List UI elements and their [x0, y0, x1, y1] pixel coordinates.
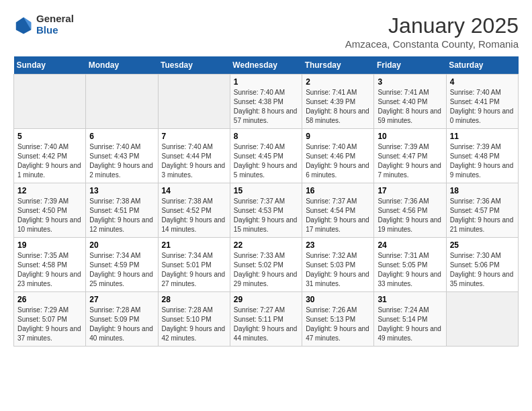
calendar-cell: 30Sunrise: 7:26 AM Sunset: 5:13 PM Dayli… [302, 292, 374, 347]
weekday-header-sunday: Sunday [14, 56, 86, 75]
calendar-cell: 3Sunrise: 7:41 AM Sunset: 4:40 PM Daylig… [374, 75, 446, 129]
calendar-cell: 10Sunrise: 7:39 AM Sunset: 4:47 PM Dayli… [374, 129, 446, 183]
day-info: Sunrise: 7:31 AM Sunset: 5:05 PM Dayligh… [378, 251, 442, 289]
calendar-cell [86, 75, 158, 129]
day-number: 16 [306, 186, 370, 195]
weekday-header-wednesday: Wednesday [230, 56, 302, 75]
day-number: 23 [306, 240, 370, 250]
calendar-cell: 1Sunrise: 7:40 AM Sunset: 4:38 PM Daylig… [230, 75, 302, 129]
logo-general-text: General [36, 13, 74, 25]
day-number: 24 [378, 240, 442, 250]
calendar-cell: 21Sunrise: 7:34 AM Sunset: 5:01 PM Dayli… [158, 238, 230, 292]
day-number: 21 [162, 240, 226, 250]
day-info: Sunrise: 7:37 AM Sunset: 4:54 PM Dayligh… [306, 197, 370, 234]
calendar-cell: 6Sunrise: 7:40 AM Sunset: 4:43 PM Daylig… [86, 129, 158, 183]
day-number: 28 [162, 295, 226, 304]
calendar-cell: 28Sunrise: 7:28 AM Sunset: 5:10 PM Dayli… [158, 292, 230, 347]
calendar-cell: 22Sunrise: 7:33 AM Sunset: 5:02 PM Dayli… [230, 238, 302, 292]
calendar-cell: 18Sunrise: 7:36 AM Sunset: 4:57 PM Dayli… [446, 183, 518, 238]
day-info: Sunrise: 7:39 AM Sunset: 4:48 PM Dayligh… [450, 142, 515, 180]
calendar-cell: 17Sunrise: 7:36 AM Sunset: 4:56 PM Dayli… [374, 183, 446, 238]
calendar-cell [446, 292, 518, 347]
calendar-cell: 25Sunrise: 7:30 AM Sunset: 5:06 PM Dayli… [446, 238, 518, 292]
day-info: Sunrise: 7:26 AM Sunset: 5:13 PM Dayligh… [306, 306, 370, 343]
day-number: 13 [89, 186, 154, 195]
day-info: Sunrise: 7:38 AM Sunset: 4:52 PM Dayligh… [162, 197, 226, 234]
weekday-header-saturday: Saturday [446, 56, 518, 75]
day-info: Sunrise: 7:40 AM Sunset: 4:43 PM Dayligh… [89, 142, 154, 180]
day-number: 27 [89, 295, 154, 304]
day-info: Sunrise: 7:27 AM Sunset: 5:11 PM Dayligh… [234, 306, 298, 343]
day-info: Sunrise: 7:37 AM Sunset: 4:53 PM Dayligh… [234, 197, 298, 234]
day-info: Sunrise: 7:39 AM Sunset: 4:47 PM Dayligh… [378, 142, 442, 180]
calendar-week-2: 5Sunrise: 7:40 AM Sunset: 4:42 PM Daylig… [14, 129, 519, 183]
calendar-cell: 5Sunrise: 7:40 AM Sunset: 4:42 PM Daylig… [14, 129, 86, 183]
day-info: Sunrise: 7:30 AM Sunset: 5:06 PM Dayligh… [450, 251, 515, 289]
calendar-cell: 4Sunrise: 7:40 AM Sunset: 4:41 PM Daylig… [446, 75, 518, 129]
calendar-week-5: 26Sunrise: 7:29 AM Sunset: 5:07 PM Dayli… [14, 292, 519, 347]
calendar-week-1: 1Sunrise: 7:40 AM Sunset: 4:38 PM Daylig… [14, 75, 519, 129]
day-number: 30 [306, 295, 370, 304]
logo-blue-text: Blue [36, 25, 74, 36]
day-number: 1 [234, 77, 298, 87]
weekday-header-monday: Monday [86, 56, 158, 75]
day-info: Sunrise: 7:29 AM Sunset: 5:07 PM Dayligh… [17, 306, 82, 343]
weekday-header-thursday: Thursday [302, 56, 374, 75]
day-info: Sunrise: 7:32 AM Sunset: 5:03 PM Dayligh… [306, 251, 370, 289]
calendar-cell: 26Sunrise: 7:29 AM Sunset: 5:07 PM Dayli… [14, 292, 86, 347]
day-number: 11 [450, 132, 515, 141]
calendar-cell: 20Sunrise: 7:34 AM Sunset: 4:59 PM Dayli… [86, 238, 158, 292]
day-number: 4 [450, 77, 515, 87]
day-info: Sunrise: 7:35 AM Sunset: 4:58 PM Dayligh… [17, 251, 82, 289]
day-number: 7 [162, 132, 226, 141]
day-number: 26 [17, 295, 82, 304]
title-block: January 2025 Amzacea, Constanta County, … [345, 13, 519, 50]
calendar-cell: 13Sunrise: 7:38 AM Sunset: 4:51 PM Dayli… [86, 183, 158, 238]
day-number: 5 [17, 132, 82, 141]
weekday-header-tuesday: Tuesday [158, 56, 230, 75]
day-number: 15 [234, 186, 298, 195]
calendar-cell: 31Sunrise: 7:24 AM Sunset: 5:14 PM Dayli… [374, 292, 446, 347]
day-info: Sunrise: 7:33 AM Sunset: 5:02 PM Dayligh… [234, 251, 298, 289]
day-number: 19 [17, 240, 82, 250]
main-title: January 2025 [345, 13, 519, 38]
calendar-cell [14, 75, 86, 129]
weekday-header-friday: Friday [374, 56, 446, 75]
day-info: Sunrise: 7:34 AM Sunset: 4:59 PM Dayligh… [89, 251, 154, 289]
calendar-cell: 11Sunrise: 7:39 AM Sunset: 4:48 PM Dayli… [446, 129, 518, 183]
day-number: 17 [378, 186, 442, 195]
logo: General Blue [13, 13, 74, 36]
calendar-cell: 8Sunrise: 7:40 AM Sunset: 4:45 PM Daylig… [230, 129, 302, 183]
calendar-cell: 29Sunrise: 7:27 AM Sunset: 5:11 PM Dayli… [230, 292, 302, 347]
subtitle: Amzacea, Constanta County, Romania [345, 38, 519, 50]
day-number: 25 [450, 240, 515, 250]
day-info: Sunrise: 7:41 AM Sunset: 4:39 PM Dayligh… [306, 88, 370, 126]
day-number: 29 [234, 295, 298, 304]
day-number: 10 [378, 132, 442, 141]
calendar-header: SundayMondayTuesdayWednesdayThursdayFrid… [14, 56, 519, 75]
logo-text: General Blue [36, 13, 74, 36]
day-info: Sunrise: 7:40 AM Sunset: 4:46 PM Dayligh… [306, 142, 370, 180]
calendar-cell: 2Sunrise: 7:41 AM Sunset: 4:39 PM Daylig… [302, 75, 374, 129]
day-number: 18 [450, 186, 515, 195]
day-number: 3 [378, 77, 442, 87]
day-info: Sunrise: 7:40 AM Sunset: 4:45 PM Dayligh… [234, 142, 298, 180]
calendar-cell: 23Sunrise: 7:32 AM Sunset: 5:03 PM Dayli… [302, 238, 374, 292]
day-info: Sunrise: 7:36 AM Sunset: 4:56 PM Dayligh… [378, 197, 442, 234]
day-info: Sunrise: 7:28 AM Sunset: 5:09 PM Dayligh… [89, 306, 154, 343]
calendar-cell: 27Sunrise: 7:28 AM Sunset: 5:09 PM Dayli… [86, 292, 158, 347]
calendar-cell: 16Sunrise: 7:37 AM Sunset: 4:54 PM Dayli… [302, 183, 374, 238]
calendar-cell: 19Sunrise: 7:35 AM Sunset: 4:58 PM Dayli… [14, 238, 86, 292]
calendar-week-3: 12Sunrise: 7:39 AM Sunset: 4:50 PM Dayli… [14, 183, 519, 238]
day-number: 14 [162, 186, 226, 195]
day-number: 22 [234, 240, 298, 250]
page-header: General Blue January 2025 Amzacea, Const… [13, 13, 519, 50]
day-number: 31 [378, 295, 442, 304]
calendar-cell: 12Sunrise: 7:39 AM Sunset: 4:50 PM Dayli… [14, 183, 86, 238]
day-info: Sunrise: 7:39 AM Sunset: 4:50 PM Dayligh… [17, 197, 82, 234]
day-info: Sunrise: 7:40 AM Sunset: 4:42 PM Dayligh… [17, 142, 82, 180]
calendar-week-4: 19Sunrise: 7:35 AM Sunset: 4:58 PM Dayli… [14, 238, 519, 292]
day-number: 8 [234, 132, 298, 141]
day-number: 20 [89, 240, 154, 250]
calendar-table: SundayMondayTuesdayWednesdayThursdayFrid… [13, 56, 519, 347]
